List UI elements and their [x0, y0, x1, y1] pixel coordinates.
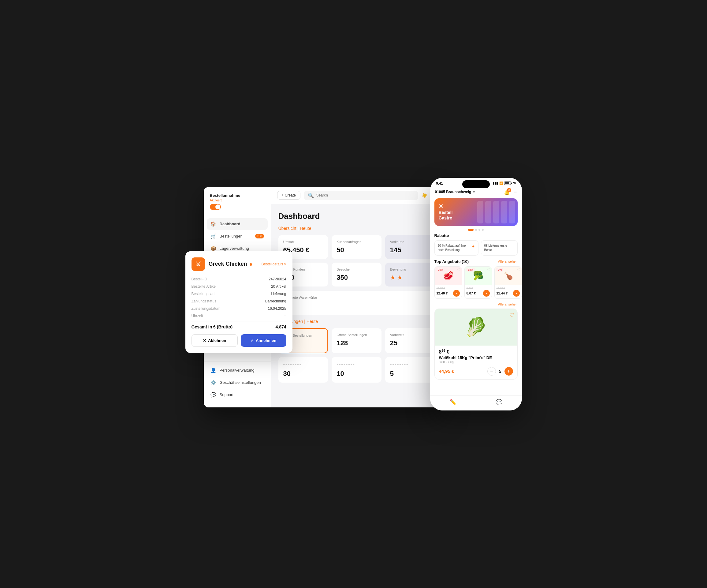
status-time: 9:41	[436, 182, 443, 185]
decline-button[interactable]: ✕ Ablehnen	[192, 334, 238, 347]
popup-header: ⚔ Greek Chicken Bestelldetails >	[192, 257, 287, 271]
order-offene: Offene Bestellungen 128	[332, 328, 381, 353]
product-card-1[interactable]: -20% ♡ 🥩 15.50€ 12.40 € ›	[434, 266, 462, 299]
gear-icon: ⚙️	[210, 380, 216, 385]
quantity-control: − 5 +	[487, 367, 513, 375]
stripe-5	[509, 201, 515, 223]
discounts-section-header: Rabatte	[430, 233, 522, 240]
app-title: Bestellannahme	[210, 193, 265, 198]
phone-header-icons: 🔔 2 ≡	[504, 189, 517, 195]
sidebar-label-bestellungen: Bestellungen	[220, 234, 243, 238]
detail-zustellungsdatum: Zustellungsdatum 16.04.2025	[192, 306, 287, 311]
add-to-cart-1[interactable]: ›	[453, 290, 460, 297]
chevron-down-icon: ▼	[472, 190, 475, 194]
see-all-offers[interactable]: Alle ansehen	[498, 260, 518, 263]
toggle-switch[interactable]	[210, 204, 221, 210]
product-info-1: 15.50€ 12.40 € ›	[435, 285, 462, 298]
restaurant-name-container: Greek Chicken	[209, 261, 252, 267]
dots-card-2: •••••••• 10	[332, 357, 381, 383]
accept-button[interactable]: ✓ Annehmen	[241, 334, 287, 347]
search-input[interactable]	[316, 193, 414, 197]
product-card-3[interactable]: -7% ♡ 🍗 12.30€ 11.44 € ›	[494, 266, 522, 299]
big-product-unit: 0,60 € / Kg	[439, 361, 513, 364]
orders-badge: 198	[255, 234, 264, 238]
notification-button[interactable]: 🔔 2	[504, 189, 510, 195]
sun-icon[interactable]: ☀️	[422, 193, 428, 198]
popup-actions: ✕ Ablehnen ✓ Annehmen	[192, 334, 287, 347]
topbar: + Create 🔍 ☀️ 🌙	[271, 187, 442, 204]
heart-icon-2: ♡	[487, 268, 491, 272]
heart-icon-3: ♡	[517, 268, 520, 272]
quantity-value: 5	[499, 369, 501, 374]
sidebar-bottom: 👤 Personalverwaltung ⚙️ Geschäftseinstel…	[204, 361, 271, 401]
cart-total-price: 44,95 €	[439, 368, 454, 374]
sidebar-item-support[interactable]: 💬 Support	[207, 389, 268, 401]
discount-card-1[interactable]: ✦ 20 % Rabatt auf Ihre erste Bestellung	[434, 240, 478, 256]
sidebar-label-support: Support	[220, 392, 234, 397]
quantity-decrease[interactable]: −	[487, 367, 496, 375]
discount-card-2[interactable]: 0€ Lieferge erste Beste	[481, 240, 518, 256]
restaurant-logo: ⚔	[192, 257, 205, 271]
status-right: ▮▮▮ 📶 78	[493, 182, 515, 185]
notification-badge: 2	[507, 188, 511, 192]
detail-bestellungsart: Bestellungsart Lieferung	[192, 292, 287, 296]
orders-grid: Neue Bestellungen 45 Offene Bestellungen…	[278, 328, 435, 353]
banner-pagination	[430, 229, 522, 231]
product-price-2: 8.07 €	[467, 291, 476, 295]
quantity-increase[interactable]: +	[504, 367, 513, 375]
product-price-1: 12.40 €	[437, 291, 448, 295]
discount-badge-3: -7%	[496, 268, 503, 271]
open-baskets-card: Geöffnete Warenkörbe 44	[278, 291, 435, 315]
menu-icon[interactable]: ≡	[514, 189, 517, 195]
restaurant-status-dot	[249, 263, 252, 266]
total-label: Gesamt in € (Brutto)	[192, 324, 233, 329]
signal-icon: ▮▮▮	[493, 182, 498, 185]
sidebar-item-dashboard[interactable]: 🏠 Dashboard	[207, 218, 268, 230]
discount-badge-2: -15%	[466, 268, 475, 271]
promo-banner[interactable]: ⚔ BestellGastro	[434, 198, 518, 226]
phone-nav-pencil[interactable]: ✏️	[450, 399, 457, 405]
stat-bewertung: Bewertung ★ ★	[385, 263, 435, 287]
discount-text-2: 0€ Lieferge erste Beste	[484, 244, 507, 252]
order-vorbereitu: Vorbereitu… 25	[385, 328, 435, 353]
top-offers-header: Top Angebote (10) Alle ansehen	[430, 259, 522, 266]
sidebar-item-settings[interactable]: ⚙️ Geschäftseinstellungen	[207, 377, 268, 388]
wifi-icon: 📶	[499, 182, 503, 185]
product-info-3: 12.30€ 11.44 € ›	[495, 285, 521, 298]
product-info-2: 9.50€ 8.07 € ›	[465, 285, 492, 298]
add-to-cart-3[interactable]: ›	[513, 290, 520, 297]
total-value: 4.874	[275, 324, 286, 329]
orders-header: Bestellungen | Heute	[278, 319, 435, 324]
sidebar-item-personal[interactable]: 👤 Personalverwaltung	[207, 365, 268, 376]
detail-uhrzeit: Uhrzeit −	[192, 314, 287, 318]
banner-stripes	[475, 198, 518, 226]
create-label: + Create	[282, 193, 296, 197]
big-product-image: 🥬	[435, 309, 517, 346]
discounts-title: Rabatte	[434, 233, 449, 238]
heart-icon-1: ♡	[457, 268, 461, 272]
sidebar-item-bestellungen[interactable]: 🛒 Bestellungen 198	[207, 230, 268, 242]
big-product-card: 🥬 ♡ 899 € Weißkohl 15Kg "Priim's" DE 0,6…	[434, 308, 518, 380]
dots-row: •••••••• 30 •••••••• 10 •••••••• 5	[278, 357, 435, 383]
search-bar[interactable]: 🔍	[304, 191, 418, 200]
order-details-link[interactable]: Bestelldetails >	[261, 262, 286, 266]
big-product-heart[interactable]: ♡	[509, 312, 514, 319]
location-button[interactable]: 01065 Braunschweig ▼	[435, 190, 476, 194]
dashboard-body: Dashboard Übersicht | Heute Umsatz 65.45…	[271, 204, 442, 407]
product-price-3: 11.44 €	[497, 291, 508, 295]
support-icon: 💬	[210, 392, 216, 398]
phone-nav-chat[interactable]: 💬	[496, 399, 502, 405]
sidebar-label-lager: Lagerverwaltung	[220, 246, 249, 251]
add-to-cart-2[interactable]: ›	[483, 290, 490, 297]
see-all-link[interactable]: Alle ansehen	[498, 302, 518, 306]
big-product-name: Weißkohl 15Kg "Priim's" DE	[439, 355, 513, 360]
main-content: + Create 🔍 ☀️ 🌙 Dashboard Übersicht | He…	[271, 187, 442, 407]
plus-icon: ✦	[471, 243, 475, 250]
banner-brand-text: BestellGastro	[439, 210, 453, 220]
big-product-footer: 44,95 € − 5 +	[435, 367, 517, 379]
product-card-2[interactable]: -15% ♡ 🥦 9.50€ 8.07 € ›	[464, 266, 492, 299]
create-button[interactable]: + Create	[277, 191, 300, 200]
stripe-3	[493, 201, 499, 223]
mobile-phone: 9:41 ▮▮▮ 📶 78 01065 Braunschweig ▼ 🔔 2	[430, 178, 522, 411]
x-icon: ✕	[203, 338, 206, 343]
